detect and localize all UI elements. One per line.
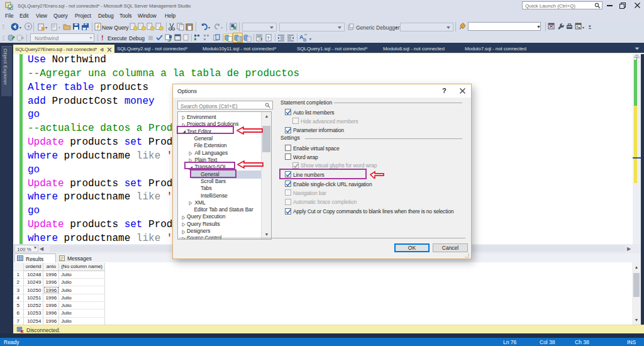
svg-text:B: B — [303, 37, 306, 42]
svg-text:?: ? — [267, 35, 270, 41]
